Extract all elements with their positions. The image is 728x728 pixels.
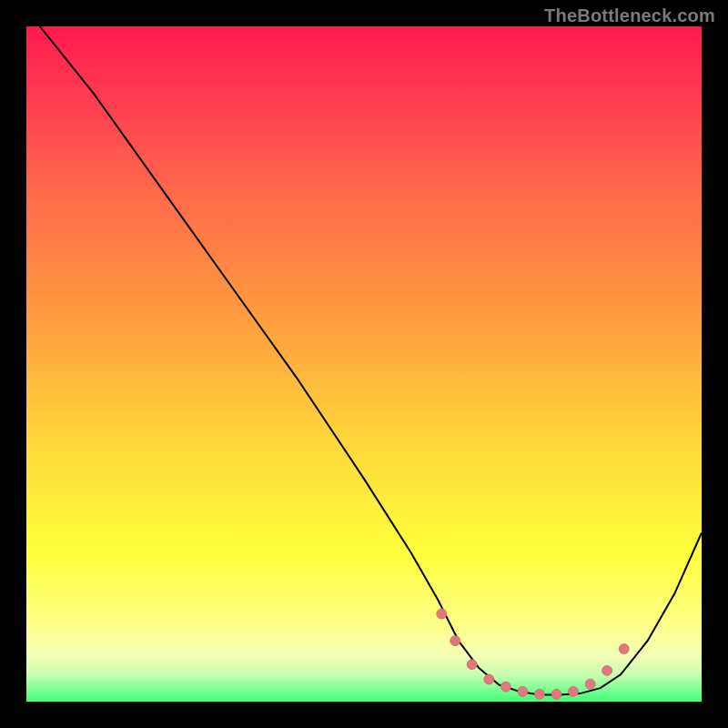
marker-dot <box>484 674 494 684</box>
chart-svg <box>26 26 702 702</box>
marker-dot <box>551 689 561 699</box>
marker-dot <box>437 609 447 619</box>
marker-dot <box>467 660 477 670</box>
marker-dot <box>518 686 528 696</box>
marker-group <box>437 609 629 699</box>
marker-dot <box>585 679 595 689</box>
marker-dot <box>569 686 579 696</box>
marker-dot <box>500 682 511 692</box>
marker-dot <box>619 644 629 654</box>
marker-dot <box>450 636 460 646</box>
marker-dot <box>534 689 544 699</box>
marker-dot <box>602 665 612 675</box>
bottleneck-curve <box>40 26 702 695</box>
attribution-label: TheBottleneck.com <box>544 5 715 26</box>
